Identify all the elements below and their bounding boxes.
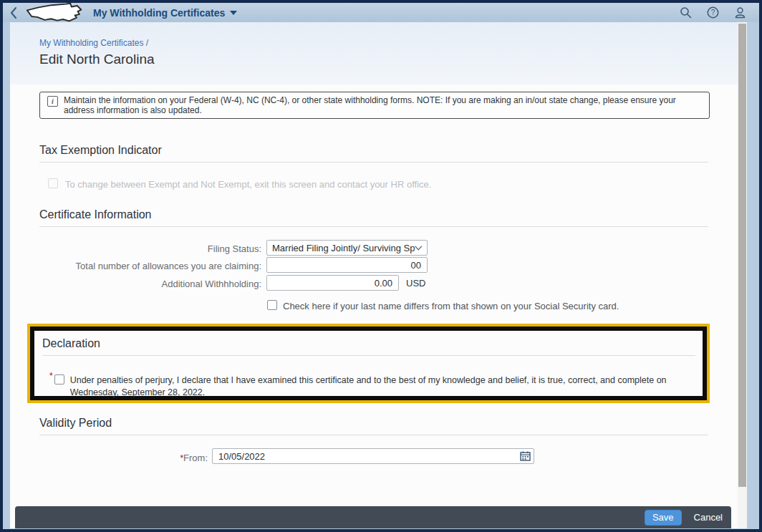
scrollbar-thumb[interactable] — [738, 24, 746, 487]
currency-label: USD — [406, 278, 425, 289]
calendar-icon[interactable] — [520, 451, 531, 461]
name-differs-label: Check here if your last name differs fro… — [283, 301, 619, 311]
search-icon[interactable] — [680, 6, 692, 19]
info-message-text: Maintain the information on your Federal… — [64, 92, 709, 115]
section-divider — [39, 226, 708, 227]
required-marker: * — [49, 371, 53, 381]
from-label: From: — [183, 453, 208, 463]
svg-text:?: ? — [711, 9, 715, 16]
page-title: Edit North Carolina — [39, 52, 155, 67]
declaration-checkbox[interactable] — [54, 374, 64, 385]
help-icon[interactable]: ? — [707, 6, 719, 19]
footer-toolbar: Save Cancel — [15, 506, 731, 528]
section-title-declaration: Declaration — [42, 337, 100, 350]
section-divider — [42, 355, 695, 356]
additional-withholding-input[interactable] — [266, 275, 399, 291]
save-button[interactable]: Save — [645, 510, 682, 526]
filing-status-value: Married Filing Jointly/ Surviving Sp... — [272, 243, 415, 253]
filing-status-select[interactable]: Married Filing Jointly/ Surviving Sp... — [266, 240, 428, 256]
declaration-highlight-box: Declaration * Under penalties of perjury… — [27, 324, 710, 403]
declaration-row: * Under penalties of perjury, I declare … — [49, 373, 703, 399]
from-date-field — [212, 448, 534, 464]
app-title: My Withholding Certificates — [93, 7, 225, 19]
info-message-strip: i Maintain the information on your Feder… — [39, 92, 710, 119]
chevron-down-icon — [415, 246, 422, 251]
allowances-label: Total number of allowances you are claim… — [39, 261, 261, 271]
breadcrumb[interactable]: My Withholding Certificates / — [39, 38, 148, 48]
cancel-button[interactable]: Cancel — [691, 511, 725, 524]
chevron-down-icon — [230, 11, 237, 15]
section-title-validity-period: Validity Period — [39, 417, 112, 430]
tax-exemption-checkbox — [48, 178, 58, 188]
north-carolina-logo-icon — [24, 3, 85, 22]
allowances-input[interactable] — [266, 257, 428, 273]
back-icon[interactable] — [7, 6, 20, 20]
information-icon: i — [47, 96, 58, 107]
declaration-section: Declaration * Under penalties of perjury… — [34, 331, 703, 396]
section-divider — [39, 162, 708, 163]
profile-icon[interactable] — [734, 6, 746, 19]
section-title-tax-exemption: Tax Exemption Indicator — [39, 144, 162, 157]
name-differs-checkbox[interactable] — [267, 300, 277, 310]
additional-withholding-label: Additional Withhholding: — [39, 279, 261, 289]
app-title-menu[interactable]: My Withholding Certificates — [93, 7, 237, 19]
section-title-certificate-information: Certificate Information — [39, 208, 152, 221]
from-label-wrap: *From: — [39, 451, 208, 464]
declaration-text: Under penalties of perjury, I declare th… — [70, 374, 703, 399]
shell-header: My Withholding Certificates ? — [3, 3, 759, 22]
tax-exemption-note: To change between Exempt and Not Exempt,… — [65, 179, 431, 190]
filing-status-label: Filing Status: — [39, 243, 261, 254]
from-date-input[interactable] — [212, 448, 534, 464]
shell-actions: ? — [680, 6, 746, 19]
section-divider — [39, 435, 708, 435]
